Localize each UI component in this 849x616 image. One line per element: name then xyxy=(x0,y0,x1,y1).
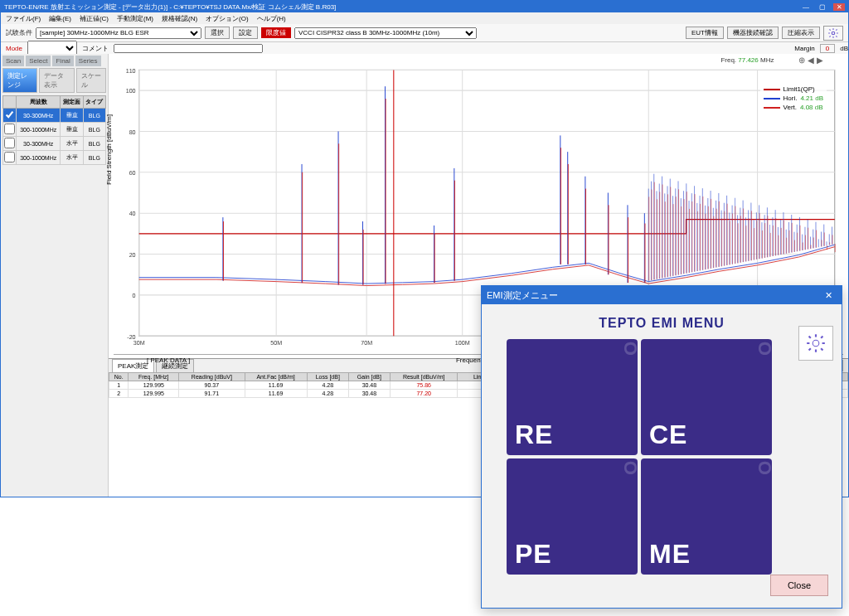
toolbar: 試験条件 [sample] 30MHz-1000MHz BLG ESR 選択 設… xyxy=(1,24,848,42)
freq-readout: Freq. 77.426 MHz xyxy=(720,56,774,64)
margin-value: 0 xyxy=(820,44,835,53)
svg-text:20: 20 xyxy=(129,251,136,259)
menu-file[interactable]: ファイル(F) xyxy=(6,14,41,23)
title-bar: TEPTO-EN/RE 放射エミッション測定 - [データ出力(1)] - C:… xyxy=(1,1,848,12)
range-row[interactable]: 30-300MHz 水平 BLG xyxy=(3,137,106,151)
range-row[interactable]: 300-1000MHz 水平 BLG xyxy=(3,151,106,165)
dialog-heading: TEPTO EMI MENU xyxy=(482,316,842,331)
dialog-close-icon[interactable]: ✕ xyxy=(820,290,837,301)
margin-label: Margin xyxy=(794,45,814,52)
menu-help[interactable]: ヘルプ(H) xyxy=(257,14,286,23)
emi-menu-dialog: EMI測定メニュー ✕ TEPTO EMI MENU TEPTO RE TEPT… xyxy=(481,285,842,609)
tab-scale[interactable]: スケール xyxy=(76,68,106,93)
tile-me[interactable]: TEPTO ME xyxy=(641,458,772,575)
tile-re[interactable]: TEPTO RE xyxy=(507,339,638,455)
range-table: 周波数 測定面 タイプ 30-300MHz 垂直 BLG 300-1000MHz… xyxy=(2,95,106,165)
gear-icon xyxy=(827,27,839,39)
sidebar-mid-tabs: 測定レンジ データ表示 スケール xyxy=(2,68,106,93)
tab-scan[interactable]: Scan xyxy=(2,56,24,66)
dialog-title-bar: EMI測定メニュー ✕ xyxy=(482,286,842,304)
dialog-title: EMI測定メニュー xyxy=(487,289,558,302)
sidebar-top-tabs: Scan Select Final Series xyxy=(2,56,106,66)
svg-text:60: 60 xyxy=(129,169,136,177)
tab-select[interactable]: Select xyxy=(26,56,51,66)
chart-pager-icon[interactable]: ⊕ ◀ ▶ xyxy=(798,56,823,65)
menu-std[interactable]: 規格確認(N) xyxy=(162,14,197,23)
tile-pe[interactable]: TEPTO PE xyxy=(507,458,638,575)
svg-text:100M: 100M xyxy=(455,339,470,347)
range-row[interactable]: 300-1000MHz 垂直 BLG xyxy=(3,123,106,137)
set-button[interactable]: 設定 xyxy=(233,27,258,39)
window-title: TEPTO-EN/RE 放射エミッション測定 - [データ出力(1)] - C:… xyxy=(4,2,336,12)
menu-edit[interactable]: 編集(E) xyxy=(49,14,71,23)
margin-unit: dB xyxy=(840,45,848,52)
tab-final[interactable]: Final xyxy=(52,56,73,66)
range-check[interactable] xyxy=(4,152,15,162)
svg-text:40: 40 xyxy=(129,210,136,217)
y-axis-label: Field Strength [dBuV/m] xyxy=(105,114,113,185)
tile-ce[interactable]: TEPTO CE xyxy=(641,339,772,455)
svg-point-0 xyxy=(832,32,835,35)
compress-button[interactable]: 圧縮表示 xyxy=(782,27,820,39)
std-combo[interactable]: VCCI CISPR32 class B 30MHz-1000MHz (10m) xyxy=(294,27,477,39)
maximize-icon[interactable]: ▢ xyxy=(817,3,828,11)
sub-toolbar: Mode コメント Margin 0 dB xyxy=(1,42,848,54)
tab-display[interactable]: データ表示 xyxy=(39,68,74,93)
tab-range[interactable]: 測定レンジ xyxy=(2,68,37,93)
range-check[interactable] xyxy=(4,138,15,148)
comment-label: コメント xyxy=(82,44,109,53)
svg-text:70M: 70M xyxy=(361,339,372,347)
svg-text:0: 0 xyxy=(133,292,136,299)
mode-label: Mode xyxy=(6,45,22,52)
svg-text:110: 110 xyxy=(126,66,136,74)
svg-text:80: 80 xyxy=(129,129,136,136)
menu-opt[interactable]: オプション(O) xyxy=(206,14,249,23)
th-face: 測定面 xyxy=(61,96,83,109)
minimize-icon[interactable]: — xyxy=(800,3,812,11)
select-button[interactable]: 選択 xyxy=(205,27,230,39)
th-freq: 周波数 xyxy=(17,96,61,109)
range-row[interactable]: 30-300MHz 垂直 BLG xyxy=(3,109,106,123)
settings-gear-button[interactable] xyxy=(823,26,843,41)
dialog-close-button[interactable]: Close xyxy=(770,575,828,596)
chart-legend: Limit1(QP) Hori. 4.21 dB Vert. 4.08 dB xyxy=(760,82,827,116)
range-check[interactable] xyxy=(4,109,15,120)
peak-data-label: [ PEAK DATA ] xyxy=(147,357,190,364)
std-label: 限度値 xyxy=(261,27,291,38)
range-check[interactable] xyxy=(4,124,15,134)
th-type: タイプ xyxy=(83,96,105,109)
menu-manual[interactable]: 手動測定(M) xyxy=(117,14,153,23)
svg-text:50M: 50M xyxy=(270,339,282,347)
svg-text:100: 100 xyxy=(126,87,136,95)
comment-input[interactable] xyxy=(114,44,263,53)
svg-text:30M: 30M xyxy=(133,339,145,347)
cond-label: 試験条件 xyxy=(6,28,32,37)
sidebar: Scan Select Final Series 測定レンジ データ表示 スケー… xyxy=(1,54,109,497)
device-button[interactable]: 機器接続確認 xyxy=(727,27,779,39)
cond-combo[interactable]: [sample] 30MHz-1000MHz BLG ESR xyxy=(36,27,201,39)
menu-corr[interactable]: 補正値(C) xyxy=(80,14,109,23)
menu-tiles: TEPTO RE TEPTO CE TEPTO PE TEPTO ME xyxy=(507,339,817,575)
tab-series[interactable]: Series xyxy=(75,56,101,66)
menu-bar: ファイル(F) 編集(E) 補正値(C) 手動測定(M) 規格確認(N) オプシ… xyxy=(1,12,848,24)
close-icon[interactable]: ✕ xyxy=(833,3,845,11)
eut-button[interactable]: EUT情報 xyxy=(686,27,724,39)
